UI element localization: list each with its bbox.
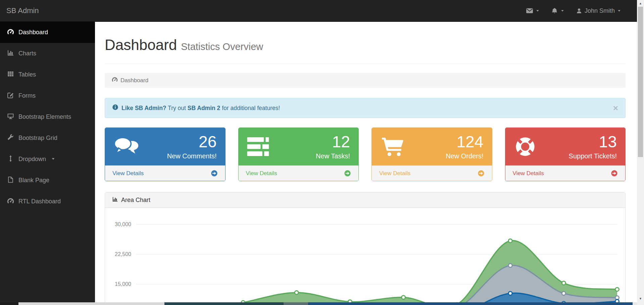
- comments-icon: [113, 136, 140, 157]
- stat-value: 13: [569, 134, 617, 150]
- tachometer-icon: [7, 197, 14, 206]
- sidebar-item-label: Charts: [18, 50, 36, 57]
- browser-viewport: SB Admin: [0, 0, 644, 305]
- brand-link[interactable]: SB Admin: [0, 6, 39, 15]
- sidebar-item-bootstrap-elements[interactable]: Bootstrap Elements: [0, 106, 95, 128]
- arrow-circle-right-icon: [478, 170, 485, 177]
- view-details-link[interactable]: View Details: [246, 170, 277, 177]
- sidebar-item-label: Tables: [18, 71, 36, 78]
- wrench-icon: [7, 134, 14, 143]
- stat-panel-new-orders-[interactable]: 124 New Orders! View Details: [371, 128, 492, 181]
- horizontal-scrollbar[interactable]: [0, 302, 637, 305]
- caret-down-icon: [50, 156, 55, 163]
- life-ring-icon: [514, 135, 537, 158]
- caret-down-icon: [536, 9, 540, 13]
- sidebar-item-tables[interactable]: Tables: [0, 64, 95, 85]
- edit-icon: [7, 92, 14, 100]
- alert-text: Like SB Admin? Try out SB Admin 2 for ad…: [121, 105, 280, 112]
- arrow-circle-right-icon: [211, 170, 218, 177]
- bar-chart-icon: [112, 196, 118, 204]
- caret-down-icon: [617, 9, 621, 13]
- stat-value: 124: [446, 134, 483, 150]
- stat-panel-new-comments-[interactable]: 26 New Comments! View Details: [105, 128, 226, 181]
- navbar-menu: John Smith: [520, 7, 637, 14]
- page-header: DashboardStatistics Overview: [105, 37, 626, 64]
- stat-value: 12: [316, 134, 350, 150]
- area-chart-title: Area Chart: [121, 197, 150, 204]
- page-title: Dashboard: [105, 37, 177, 53]
- stats-row: 26 New Comments! View Details 12 New Tas…: [105, 128, 626, 181]
- tasks-icon: [247, 137, 270, 156]
- sidebar-item-label: Bootstrap Elements: [18, 113, 71, 120]
- stat-label: New Orders!: [446, 152, 483, 160]
- breadcrumb: Dashboard: [105, 73, 626, 88]
- main-content: DashboardStatistics Overview Dashboard L…: [95, 22, 637, 305]
- view-details-link[interactable]: View Details: [112, 170, 144, 177]
- table-icon: [7, 70, 14, 79]
- user-name: John Smith: [585, 7, 615, 14]
- stat-panel-new-tasks-[interactable]: 12 New Tasks! View Details: [238, 128, 359, 181]
- sidebar-item-label: Blank Page: [18, 177, 49, 184]
- sidebar-nav: Dashboard Charts Tables Forms Bootstrap …: [0, 22, 95, 305]
- vertical-scrollbar-thumb[interactable]: [638, 7, 643, 157]
- alerts-dropdown[interactable]: [545, 7, 570, 14]
- breadcrumb-item: Dashboard: [120, 77, 148, 84]
- user-dropdown[interactable]: John Smith: [570, 7, 627, 14]
- view-details-link[interactable]: View Details: [379, 170, 410, 177]
- user-icon: [576, 8, 582, 14]
- arrow-circle-right-icon: [344, 170, 351, 177]
- alert-close-button[interactable]: ×: [613, 104, 618, 112]
- sidebar-item-label: Dashboard: [18, 29, 48, 36]
- file-icon: [7, 176, 14, 185]
- area-chart-panel: Area Chart 30,00022,50015,000: [105, 192, 626, 305]
- sidebar-item-label: Bootstrap Grid: [18, 135, 57, 142]
- arrows-v-icon: [7, 155, 14, 164]
- sidebar-item-dashboard[interactable]: Dashboard: [0, 22, 95, 43]
- sidebar-item-rtl-dashboard[interactable]: RTL Dashboard: [0, 191, 95, 212]
- area-chart[interactable]: 30,00022,50015,000: [105, 208, 625, 305]
- stat-value: 26: [167, 134, 217, 150]
- bell-icon: [551, 7, 558, 14]
- area-chart-header: Area Chart: [105, 193, 625, 208]
- page-subtitle: Statistics Overview: [181, 41, 263, 52]
- cart-icon: [380, 137, 405, 157]
- scroll-up-button[interactable]: ▲: [637, 0, 644, 6]
- stat-label: Support Tickets!: [569, 152, 617, 160]
- arrow-circle-right-icon: [611, 170, 618, 177]
- sidebar-item-label: RTL Dashboard: [18, 198, 61, 205]
- sidebar-item-bootstrap-grid[interactable]: Bootstrap Grid: [0, 128, 95, 149]
- desktop-icon: [7, 113, 14, 121]
- info-alert: Like SB Admin? Try out SB Admin 2 for ad…: [105, 98, 626, 118]
- tachometer-icon: [112, 77, 118, 84]
- stat-label: New Comments!: [167, 152, 217, 160]
- stat-label: New Tasks!: [316, 152, 350, 160]
- bar-chart-icon: [7, 49, 14, 58]
- sidebar-item-charts[interactable]: Charts: [0, 43, 95, 64]
- svg-text:15,000: 15,000: [115, 281, 131, 287]
- caret-down-icon: [560, 9, 564, 13]
- svg-text:30,000: 30,000: [115, 221, 131, 227]
- sidebar-item-dropdown[interactable]: Dropdown: [0, 149, 95, 170]
- vertical-scrollbar[interactable]: ▲ ▼: [637, 0, 644, 305]
- view-details-link[interactable]: View Details: [513, 170, 544, 177]
- sidebar-item-blank-page[interactable]: Blank Page: [0, 170, 95, 191]
- messages-dropdown[interactable]: [520, 7, 545, 14]
- info-circle-icon: [112, 104, 118, 112]
- svg-text:22,500: 22,500: [115, 251, 131, 257]
- sb-admin-2-link[interactable]: SB Admin 2: [188, 105, 220, 111]
- sidebar-item-label: Dropdown: [18, 156, 46, 163]
- top-navbar: SB Admin: [0, 0, 637, 22]
- sidebar-item-label: Forms: [18, 92, 36, 99]
- scroll-down-button[interactable]: ▼: [637, 295, 644, 302]
- tachometer-icon: [7, 28, 14, 37]
- envelope-icon: [526, 7, 533, 14]
- stat-panel-support-tickets-[interactable]: 13 Support Tickets! View Details: [505, 128, 626, 181]
- sidebar-item-forms[interactable]: Forms: [0, 85, 95, 106]
